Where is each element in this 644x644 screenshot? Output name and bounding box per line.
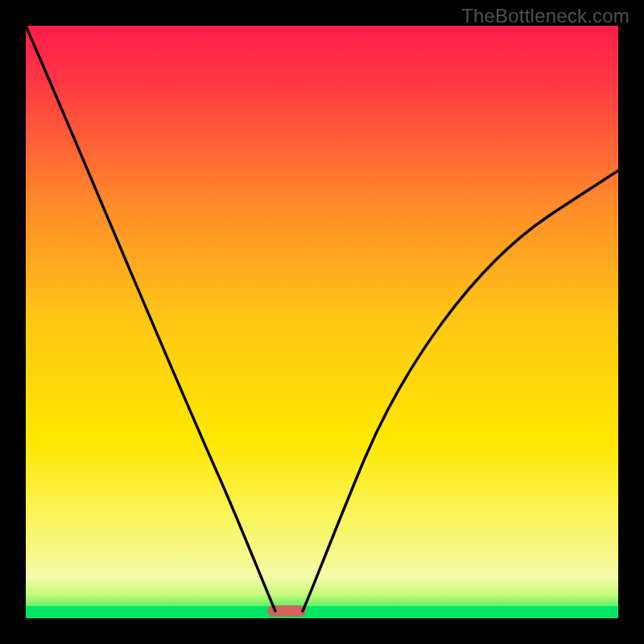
- gradient-background: [26, 26, 618, 618]
- chart-frame: TheBottleneck.com: [0, 0, 644, 644]
- green-baseline-band: [26, 606, 618, 618]
- bottleneck-chart: [26, 26, 618, 618]
- watermark-text: TheBottleneck.com: [461, 5, 630, 27]
